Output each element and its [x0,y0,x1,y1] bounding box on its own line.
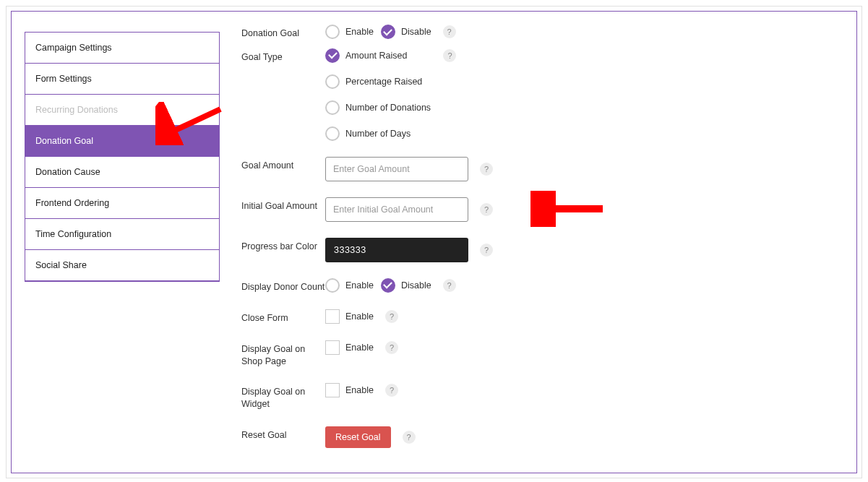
radio-icon [325,48,340,63]
row-goal-type: Goal Type Amount Raised ? Percentage Rai… [241,48,843,141]
radio-label: Amount Raised [345,51,407,61]
help-icon[interactable]: ? [443,49,456,62]
checkbox-close-form[interactable]: Enable [325,309,374,324]
radio-label: Enable [345,280,374,291]
radio-icon [325,278,340,293]
radio-icon [381,25,395,39]
outer-frame: Campaign Settings Form Settings Recurrin… [6,6,862,478]
row-goal-shop: Display Goal on Shop Page Enable ? [241,340,843,368]
help-icon[interactable]: ? [385,310,398,323]
row-goal-widget: Display Goal on Widget Enable ? [241,383,843,410]
radio-label: Number of Days [345,129,411,139]
label-donor-count: Display Donor Count [241,278,325,293]
sidebar-item-social-share[interactable]: Social Share [25,250,219,281]
checkbox-label: Enable [345,343,374,353]
row-initial-goal-amount: Initial Goal Amount ? [241,197,843,222]
radio-goal-type-amount[interactable]: Amount Raised [325,48,407,63]
reset-goal-button[interactable]: Reset Goal [325,426,391,448]
radio-icon [325,25,340,39]
radio-label: Disable [401,280,431,291]
checkbox-goal-shop[interactable]: Enable [325,340,374,355]
sidebar-item-time-configuration[interactable]: Time Configuration [25,219,219,250]
help-icon[interactable]: ? [385,341,398,354]
label-goal-type: Goal Type [241,48,325,64]
form-area: Donation Goal Enable Disable ? Goal Type [241,25,843,448]
label-progress-color: Progress bar Color [241,238,325,253]
checkbox-icon [325,383,340,397]
radio-icon [325,126,340,141]
sidebar-item-recurring-donations: Recurring Donations [25,95,219,126]
radio-donor-count-disable[interactable]: Disable [381,278,431,293]
checkbox-label: Enable [345,311,374,322]
settings-sidebar: Campaign Settings Form Settings Recurrin… [25,32,220,282]
radio-label: Number of Donations [345,103,431,113]
row-progress-color: Progress bar Color 333333 ? [241,238,843,262]
sidebar-item-campaign-settings[interactable]: Campaign Settings [25,33,219,64]
radio-goal-type-donations[interactable]: Number of Donations [325,100,456,115]
row-donation-goal: Donation Goal Enable Disable ? [241,25,843,40]
row-goal-amount: Goal Amount ? [241,157,843,181]
label-goal-widget: Display Goal on Widget [241,383,325,410]
help-icon[interactable]: ? [385,384,398,397]
radio-label: Enable [345,27,374,37]
radio-icon [325,74,340,89]
input-initial-goal-amount[interactable] [325,197,468,222]
checkbox-label: Enable [345,385,374,395]
radio-icon [381,278,395,293]
label-close-form: Close Form [241,309,325,324]
checkbox-icon [325,340,340,355]
radio-goal-type-days[interactable]: Number of Days [325,126,456,141]
help-icon[interactable]: ? [403,431,416,444]
sidebar-item-donation-goal[interactable]: Donation Goal [25,126,219,157]
radio-donation-goal-disable[interactable]: Disable [381,25,431,39]
sidebar-item-frontend-ordering[interactable]: Frontend Ordering [25,188,219,219]
row-donor-count: Display Donor Count Enable Disable ? [241,278,843,293]
radio-icon [325,100,340,115]
label-reset-goal: Reset Goal [241,426,325,442]
radio-donor-count-enable[interactable]: Enable [325,278,374,293]
sidebar-item-form-settings[interactable]: Form Settings [25,64,219,95]
radio-label: Percentage Raised [345,77,422,87]
sidebar-item-donation-cause[interactable]: Donation Cause [25,157,219,188]
label-goal-shop: Display Goal on Shop Page [241,340,325,368]
help-icon[interactable]: ? [443,25,456,38]
help-icon[interactable]: ? [480,244,493,257]
color-picker-progress[interactable]: 333333 [325,238,468,262]
label-donation-goal: Donation Goal [241,25,325,40]
radio-goal-type-percent[interactable]: Percentage Raised [325,74,456,89]
settings-panel: Campaign Settings Form Settings Recurrin… [11,11,857,473]
input-goal-amount[interactable] [325,157,468,181]
help-icon[interactable]: ? [480,203,493,216]
checkbox-goal-widget[interactable]: Enable [325,383,374,397]
row-reset-goal: Reset Goal Reset Goal ? [241,426,843,448]
help-icon[interactable]: ? [480,163,493,176]
row-close-form: Close Form Enable ? [241,309,843,324]
radio-label: Disable [401,27,431,37]
label-initial-goal-amount: Initial Goal Amount [241,197,325,212]
label-goal-amount: Goal Amount [241,157,325,172]
help-icon[interactable]: ? [443,279,456,292]
radio-donation-goal-enable[interactable]: Enable [325,25,374,39]
checkbox-icon [325,309,340,324]
